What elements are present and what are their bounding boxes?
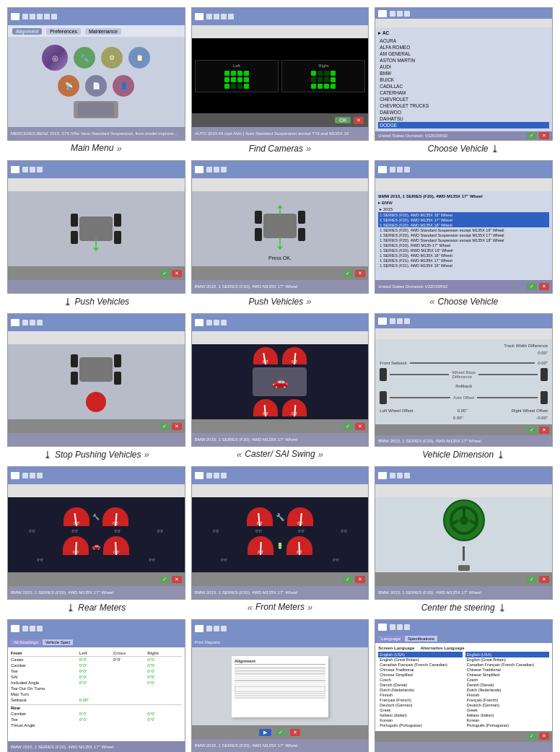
arrow-rear-before: ⤓ (66, 602, 75, 613)
caption-text-choose-vehicle-1: Choose Vehicle (428, 144, 489, 154)
caption-front-meters: « Front Meters » (248, 602, 312, 613)
screen-all-reading: All Readings Vehicle Spec FrontLeftCross… (7, 619, 185, 752)
caption-text-main-menu: Main Menu (71, 143, 113, 153)
svg-point-2 (460, 516, 468, 525)
arrow-find-cameras: » (306, 143, 311, 154)
screen-vehicle-dimension: Track Width Difference 0.00" Front Setba… (375, 313, 553, 447)
caption-text-push-vehicles-1: Push Vehicles (75, 297, 130, 307)
arrow-push-2: » (306, 296, 311, 307)
caption-find-cameras: Find Cameras » (249, 143, 312, 154)
arrow-front-after: » (307, 602, 312, 613)
cell-front-meters: 0°0' 🔧 0°0' 0°0'0°0'0°0'0°0' 0°0' 🔋 (191, 466, 369, 613)
caption-text-rear-meters: Rear Meters (78, 603, 126, 613)
caption-text-front-meters: Front Meters (255, 602, 305, 612)
screen-rear-meters: 0°0' 🔧 0°0' 0°0'0°0'0°0'0°0' 0°0' (7, 466, 185, 600)
arrow-steering: ⤓ (498, 602, 507, 613)
screen-find-cameras: Left (191, 7, 369, 141)
cell-caster-sai: 0°0' 0°0' 🚗 (191, 313, 369, 460)
arrow-caster-before: « (237, 449, 242, 460)
caption-text-center-steering: Center the steering (421, 603, 495, 613)
caption-stop-pushing: ⤓ Stop Pushing Vehicles » (43, 449, 149, 460)
caption-text-push-vehicles-2: Push Vehicles (249, 297, 304, 307)
caption-caster-sai: « Caster/ SAI Swing » (237, 449, 323, 460)
cell-push-vehicles-1: ↓ ✓ ✕ ⤓ Push Vehicles (7, 160, 185, 307)
screen-main-menu: Alignment Preferences Maintenance ◎ 🔧 ⚙ … (7, 7, 185, 141)
caption-rear-meters: ⤓ Rear Meters (66, 602, 126, 613)
caption-text-vehicle-dimension: Vehicle Dimension (422, 450, 494, 460)
caption-push-vehicles-2: Push Vehicles » (249, 296, 312, 307)
caption-text-find-cameras: Find Cameras (249, 144, 303, 154)
caption-push-vehicles-1: ⤓ Push Vehicles (64, 296, 130, 307)
caption-center-steering: Center the steering ⤓ (421, 602, 507, 613)
cell-print-report: Print Reports Alignment (191, 619, 369, 752)
caption-text-stop-pushing: Stop Pushing Vehicles (55, 450, 141, 460)
caption-vehicle-dimension: Vehicle Dimension ⤓ (422, 449, 505, 460)
arrow-dimension: ⤓ (496, 449, 505, 460)
screen-front-meters: 0°0' 🔧 0°0' 0°0'0°0'0°0'0°0' 0°0' 🔋 (191, 466, 369, 600)
arrow-stop-after: » (144, 449, 149, 460)
cell-rear-meters: 0°0' 🔧 0°0' 0°0'0°0'0°0'0°0' 0°0' (7, 466, 185, 613)
cell-main-menu: Alignment Preferences Maintenance ◎ 🔧 ⚙ … (7, 7, 185, 154)
cell-all-reading: All Readings Vehicle Spec FrontLeftCross… (7, 619, 185, 752)
cell-language-choose: Language Specifications Screen Language … (375, 619, 553, 752)
screen-choose-vehicle-1: ▸ AC ACURA ALFA ROMEO AM GENERAL ASTON M… (375, 7, 553, 141)
arrow-choose-vehicle-1: ⤓ (491, 143, 499, 154)
screen-choose-vehicle-2: BMW 2015, 1 SERIES (F20), 4WD M135X 17" … (375, 160, 553, 294)
cell-find-cameras: Left (191, 7, 369, 154)
arrow-main-menu: » (116, 143, 121, 154)
cell-choose-vehicle-2: BMW 2015, 1 SERIES (F20), 4WD M135X 17" … (375, 160, 553, 307)
arrow-choose-vehicle-2: « (429, 296, 434, 307)
arrow-stop-before: ⤓ (43, 449, 52, 460)
cell-vehicle-dimension: Track Width Difference 0.00" Front Setba… (375, 313, 553, 460)
cell-stop-pushing: ✓ ✕ ⤓ Stop Pushing Vehicles » (7, 313, 185, 460)
arrow-push-1-before: ⤓ (64, 296, 72, 307)
screen-push-vehicles-1: ↓ ✓ ✕ (7, 160, 185, 294)
arrow-caster-after: » (318, 449, 323, 460)
screen-language-choose: Language Specifications Screen Language … (375, 619, 553, 752)
screenshot-grid: Alignment Preferences Maintenance ◎ 🔧 ⚙ … (7, 7, 553, 752)
caption-choose-vehicle-2: « Choose Vehicle (429, 296, 498, 307)
screen-print-report: Print Reports Alignment (191, 619, 369, 752)
screen-push-vehicles-2: ↑ ↓ Press OK. ✓ ✕ BMW 2015, 1 SERIES (F2… (191, 160, 369, 294)
cell-choose-vehicle-1: ▸ AC ACURA ALFA ROMEO AM GENERAL ASTON M… (375, 7, 553, 154)
caption-text-choose-vehicle-2: Choose Vehicle (437, 297, 498, 307)
screen-caster-sai: 0°0' 0°0' 🚗 (191, 313, 369, 447)
caption-text-caster-sai: Caster/ SAI Swing (245, 449, 315, 459)
cell-push-vehicles-2: ↑ ↓ Press OK. ✓ ✕ BMW 2015, 1 SERIES (F2… (191, 160, 369, 307)
screen-center-steering: ✓ ✕ BMW 2015, 1 SERIES (F20), 4WD M135X … (375, 466, 553, 600)
arrow-front-before: « (248, 602, 253, 613)
screen-stop-pushing: ✓ ✕ (7, 313, 185, 447)
cell-center-steering: ✓ ✕ BMW 2015, 1 SERIES (F20), 4WD M135X … (375, 466, 553, 613)
caption-main-menu: Main Menu » (71, 143, 122, 154)
caption-choose-vehicle-1: Choose Vehicle ⤓ (428, 143, 500, 154)
